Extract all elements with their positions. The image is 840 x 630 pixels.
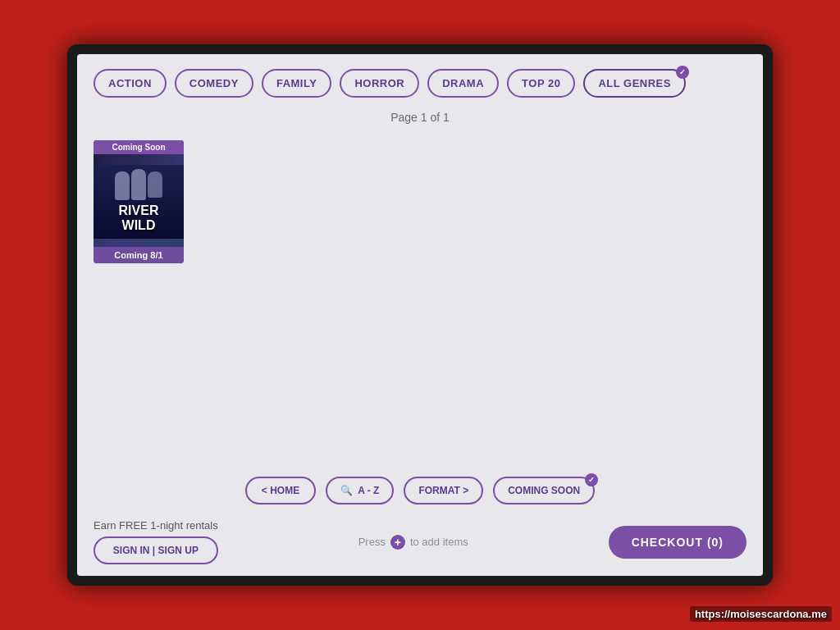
all-genres-checkmark: ✓: [676, 66, 689, 79]
genre-comedy[interactable]: COMEDY: [175, 69, 253, 98]
bottom-nav: < HOME 🔍 A - Z FORMAT > COMING SOON ✓: [77, 468, 763, 513]
screen-inner: ACTION COMEDY FAMILY HORROR DRAMA TOP 20…: [77, 54, 763, 576]
genre-family[interactable]: FAMILY: [262, 69, 331, 98]
add-items-post-text: to add items: [410, 536, 468, 548]
coming-soon-button[interactable]: COMING SOON ✓: [493, 477, 595, 504]
center-bottom: Press + to add items: [358, 535, 468, 550]
plus-icon: +: [390, 535, 405, 550]
genre-all-genres[interactable]: ALL GENRES ✓: [583, 69, 686, 98]
genre-horror[interactable]: HORROR: [340, 69, 419, 98]
az-button[interactable]: 🔍 A - Z: [326, 477, 394, 504]
genre-action[interactable]: ACTION: [94, 69, 167, 98]
genre-drama[interactable]: DRAMA: [427, 69, 499, 98]
divider: |: [153, 545, 158, 556]
left-bottom: Earn FREE 1-night rentals SIGN IN | SIGN…: [94, 519, 218, 564]
checkout-label: CHECKOUT: [632, 536, 703, 549]
add-items-pre-text: Press: [358, 536, 386, 548]
coming-soon-checkmark: ✓: [585, 473, 598, 486]
checkout-count: (0): [707, 536, 724, 549]
movie-poster: Coming Soon RIVERWILD Coming 8/1: [94, 140, 184, 263]
home-button[interactable]: < HOME: [245, 477, 316, 504]
coming-soon-banner: Coming Soon: [94, 140, 184, 154]
coming-date-banner: Coming 8/1: [94, 247, 184, 263]
bottom-bar: Earn FREE 1-night rentals SIGN IN | SIGN…: [77, 513, 763, 576]
genre-tabs: ACTION COMEDY FAMILY HORROR DRAMA TOP 20…: [77, 54, 763, 107]
content-area: Coming Soon RIVERWILD Coming 8/1: [77, 132, 763, 468]
screen-frame: ACTION COMEDY FAMILY HORROR DRAMA TOP 20…: [67, 44, 773, 586]
watermark: https://moisescardona.me: [690, 606, 832, 622]
genre-top20[interactable]: TOP 20: [507, 69, 575, 98]
checkout-button[interactable]: CHECKOUT (0): [609, 526, 746, 559]
movie-card[interactable]: Coming Soon RIVERWILD Coming 8/1: [94, 140, 184, 263]
sign-up-label: SIGN UP: [158, 545, 199, 556]
format-button[interactable]: FORMAT >: [404, 477, 483, 504]
sign-in-signup-button[interactable]: SIGN IN | SIGN UP: [94, 536, 218, 564]
page-info: Page 1 of 1: [77, 107, 763, 132]
earn-text: Earn FREE 1-night rentals: [94, 519, 218, 532]
sign-in-label: SIGN IN: [113, 545, 150, 556]
